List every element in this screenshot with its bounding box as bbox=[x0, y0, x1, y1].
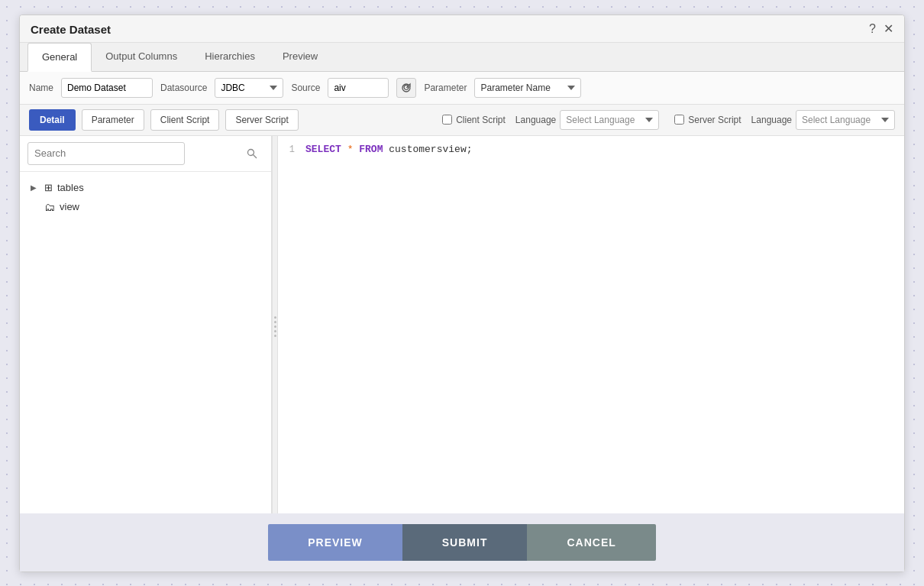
resizer-dot-4 bbox=[274, 330, 276, 332]
tab-preview[interactable]: Preview bbox=[269, 43, 331, 72]
create-dataset-dialog: Create Dataset ? ✕ General Output Column… bbox=[19, 15, 905, 572]
content-area: ▶ ⊞ tables ▶ 🗂 view bbox=[20, 136, 904, 518]
tabs-bar: General Output Columns Hierarchies Previ… bbox=[20, 43, 904, 72]
svg-line-1 bbox=[254, 154, 257, 158]
source-label: Source bbox=[291, 83, 320, 93]
client-script-button[interactable]: Client Script bbox=[150, 109, 220, 131]
source-input[interactable] bbox=[328, 78, 389, 98]
cancel-button[interactable]: CANCEL bbox=[527, 524, 655, 561]
toolbar-row: Name Datasource JDBC Source Parameter Pa… bbox=[20, 72, 904, 105]
server-script-checkbox[interactable] bbox=[674, 115, 684, 125]
header-icons: ? ✕ bbox=[869, 23, 893, 35]
server-script-button[interactable]: Server Script bbox=[225, 109, 298, 131]
client-script-group: Client Script Language Select Language bbox=[442, 110, 659, 130]
tree-item-view[interactable]: ▶ 🗂 view bbox=[20, 197, 271, 217]
line-content-1: SELECT * FROM customersview; bbox=[305, 144, 472, 155]
tables-icon: ⊞ bbox=[44, 182, 53, 193]
sub-toolbar: Detail Parameter Client Script Server Sc… bbox=[20, 105, 904, 136]
dialog-body: Name Datasource JDBC Source Parameter Pa… bbox=[20, 72, 904, 518]
datasource-label: Datasource bbox=[160, 83, 207, 93]
code-line-1: 1 SELECT * FROM customersview; bbox=[278, 144, 904, 155]
submit-button[interactable]: SUBMIT bbox=[402, 524, 528, 561]
server-script-group: Server Script Language Select Language bbox=[674, 110, 895, 130]
resizer-dot-3 bbox=[274, 325, 276, 328]
resizer-dot-5 bbox=[274, 335, 276, 337]
line-number-1: 1 bbox=[278, 144, 305, 155]
parameter-button[interactable]: Parameter bbox=[82, 109, 144, 131]
name-input[interactable] bbox=[61, 78, 153, 98]
language-label2: Language bbox=[751, 115, 792, 125]
resizer[interactable] bbox=[272, 136, 278, 518]
sql-select: SELECT bbox=[305, 144, 341, 155]
sql-from: FROM bbox=[359, 144, 383, 155]
server-language-select[interactable]: Select Language bbox=[796, 110, 895, 130]
search-wrap bbox=[27, 142, 263, 165]
code-editor[interactable]: 1 SELECT * FROM customersview; bbox=[278, 136, 904, 518]
refresh-icon bbox=[401, 83, 412, 93]
client-language-select[interactable]: Select Language bbox=[560, 110, 659, 130]
server-script-checkbox-label: Server Script bbox=[688, 115, 741, 125]
preview-button[interactable]: PREVIEW bbox=[268, 524, 402, 561]
close-icon[interactable]: ✕ bbox=[884, 23, 893, 35]
tree-area: ▶ ⊞ tables ▶ 🗂 view bbox=[20, 172, 271, 518]
search-icon bbox=[247, 148, 257, 159]
language-label: Language bbox=[515, 115, 556, 125]
footer-buttons: PREVIEW SUBMIT CANCEL bbox=[20, 513, 904, 571]
resizer-dot-2 bbox=[274, 321, 276, 323]
tab-general[interactable]: General bbox=[27, 43, 92, 72]
parameter-label: Parameter bbox=[424, 83, 467, 93]
tree-item-tables[interactable]: ▶ ⊞ tables bbox=[20, 178, 271, 197]
tab-output-columns[interactable]: Output Columns bbox=[92, 43, 191, 72]
sql-table-name: customersview; bbox=[389, 144, 472, 155]
dialog-header: Create Dataset ? ✕ bbox=[20, 15, 904, 43]
search-box bbox=[20, 136, 271, 172]
detail-button[interactable]: Detail bbox=[29, 109, 76, 131]
editor-area[interactable]: 1 SELECT * FROM customersview; bbox=[278, 136, 904, 518]
tree-arrow-tables: ▶ bbox=[31, 183, 40, 192]
tables-label: tables bbox=[57, 182, 84, 193]
parameter-select[interactable]: Parameter Name bbox=[474, 78, 581, 98]
resizer-dot-1 bbox=[274, 316, 276, 319]
sql-star: * bbox=[347, 144, 360, 155]
tab-hierarchies[interactable]: Hierarchies bbox=[191, 43, 269, 72]
svg-point-0 bbox=[248, 149, 254, 155]
refresh-button[interactable] bbox=[396, 78, 416, 98]
help-icon[interactable]: ? bbox=[869, 23, 876, 35]
datasource-select[interactable]: JDBC bbox=[215, 78, 283, 98]
name-label: Name bbox=[29, 83, 53, 93]
view-icon: 🗂 bbox=[44, 201, 55, 213]
client-script-checkbox-label: Client Script bbox=[456, 115, 506, 125]
client-script-checkbox[interactable] bbox=[442, 115, 452, 125]
dialog-title: Create Dataset bbox=[31, 23, 111, 36]
search-input[interactable] bbox=[27, 142, 185, 165]
view-label: view bbox=[60, 201, 79, 212]
sidebar: ▶ ⊞ tables ▶ 🗂 view bbox=[20, 136, 272, 518]
